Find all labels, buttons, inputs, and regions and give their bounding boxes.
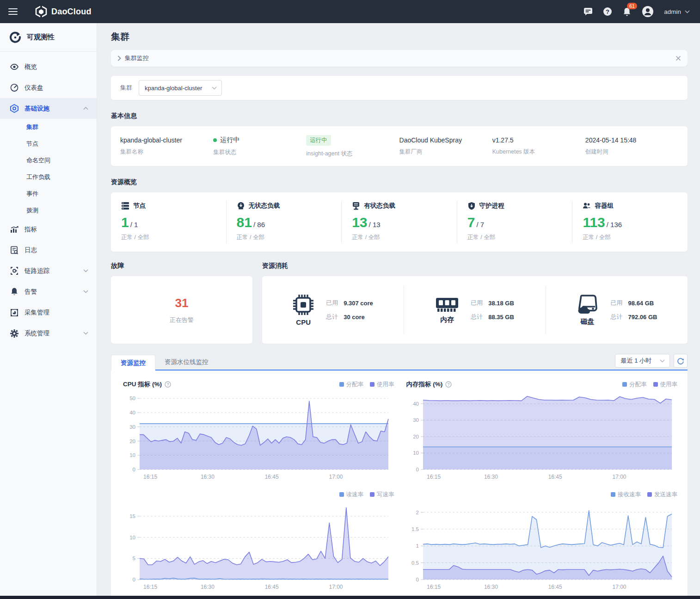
tab-resource-monitor[interactable]: 资源监控 [111,355,155,371]
alert-caption: 正在告警 [170,316,194,324]
sidebar-item-label: 采集管理 [25,309,49,317]
sidebar-item-metrics[interactable]: 指标 [0,219,97,240]
svg-text:17:00: 17:00 [329,584,343,590]
chevron-down-icon [83,332,88,335]
disk-icon [577,294,599,315]
svg-text:0: 0 [133,467,135,472]
svg-text:40: 40 [129,410,135,415]
legend-item[interactable]: 使用率 [370,381,394,389]
svg-text:16:30: 16:30 [201,584,215,590]
monitor-tabbar: 资源监控 资源水位线监控 最近 1 小时 [111,355,688,371]
sidebar-subitem-node[interactable]: 节点 [0,136,97,152]
svg-text:5: 5 [133,556,135,561]
user-menu[interactable]: admin [664,8,690,15]
svg-text:20: 20 [413,434,419,439]
svg-text:?: ? [606,8,609,15]
banner-text: 集群监控 [125,54,149,62]
svg-text:40: 40 [413,401,419,407]
info-vendor: DaoCloud KubeSpray 集群厂商 [399,136,492,156]
chart-cpu-metrics: CPU 指标 (%)?分配率使用率0102030405016:1516:3016… [117,376,400,482]
help-icon: ? [165,381,171,388]
sidebar-item-overview[interactable]: 概览 [0,56,97,77]
cluster-select[interactable]: kpanda-global-cluster [139,80,222,96]
sidebar-subitem-namespace[interactable]: 命名空间 [0,152,97,169]
legend-item[interactable]: 使用率 [653,381,678,389]
tab-watermark-monitor[interactable]: 资源水位线监控 [155,355,218,370]
legend-item[interactable]: 分配率 [622,381,647,389]
cluster-monitor-banner: 集群监控 [111,50,688,67]
sidebar-item-system[interactable]: 系统管理 [0,323,97,344]
info-created-time: 2024-05-14 15:48 创建时间 [585,136,678,156]
sidebar-subitem-cluster[interactable]: 集群 [0,119,97,136]
sidebar-subitem-event[interactable]: 事件 [0,185,97,202]
chevron-down-icon [212,86,217,90]
time-range-select[interactable]: 最近 1 小时 [615,354,670,368]
svg-text:16:45: 16:45 [548,584,562,590]
svg-text:16:45: 16:45 [265,474,279,480]
sidebar-subitem-workload[interactable]: 工作负载 [0,169,97,185]
chart-plot: 01020304016:1516:3016:4517:00 [404,390,676,482]
sidebar-item-tracing[interactable]: 链路追踪 [0,260,97,281]
consumption-disk: 磁盘 已用98.64 GB 总计792.06 GB [546,286,688,334]
chart-plot: 00.511.5216:1516:3016:4517:00 [404,500,676,593]
svg-text:16:30: 16:30 [484,474,497,480]
legend-item[interactable]: 发送速率 [647,491,677,499]
svg-text:16:30: 16:30 [201,474,215,480]
legend-item[interactable]: 读速率 [339,491,364,499]
close-icon[interactable] [675,56,681,61]
svg-text:10: 10 [129,535,135,540]
chevron-down-icon [685,10,690,13]
svg-text:?: ? [166,382,169,387]
gauge-icon [10,84,18,92]
chevron-down-icon [83,290,88,293]
chevron-down-icon [83,269,88,272]
hamburger-menu-icon[interactable] [8,8,18,15]
info-cluster-name: kpanda-global-cluster 集群名称 [120,136,213,156]
sidebar-title: 可观测性 [27,33,55,42]
tracing-icon [10,267,18,275]
charts-card: CPU 指标 (%)?分配率使用率0102030405016:1516:3016… [111,371,688,599]
legend-item[interactable]: 分配率 [339,381,364,389]
consumption-card: CPU 已用9.307 core 总计30 core 内存 [262,276,688,344]
chart-plot: 05101516:1516:3016:4517:00 [120,500,393,593]
refresh-button[interactable] [674,354,688,368]
sidebar-item-dashboard[interactable]: 仪表盘 [0,77,97,98]
help-icon[interactable]: ? [603,7,612,16]
sidebar-subitem-probe[interactable]: 拨测 [0,202,97,219]
svg-text:0: 0 [133,577,135,582]
page-title: 集群 [111,31,688,43]
message-icon[interactable] [583,7,593,16]
svg-text:16:15: 16:15 [143,584,157,590]
chart-head: CPU 指标 (%)?分配率使用率 [120,379,396,390]
basic-info-card: kpanda-global-cluster 集群名称 运行中 集群状态 运行中 … [111,126,688,166]
gear-icon [10,329,18,338]
sidebar-item-infrastructure[interactable]: 基础设施 [0,98,97,119]
consumption-memory: 内存 已用38.18 GB 总计88.35 GB [404,286,546,334]
sidebar-item-logs[interactable]: 日志 [0,240,97,260]
legend-item[interactable]: 写速率 [370,491,394,499]
chart-title: CPU 指标 (%)? [123,380,171,389]
top-bar: DaoCloud ? 61 admin [0,0,700,23]
svg-text:15: 15 [129,513,135,519]
chart-memory-metrics: 内存指标 (%)?分配率使用率01020304016:1516:3016:451… [400,376,683,482]
cluster-filter-card: 集群 kpanda-global-cluster [111,76,688,100]
metrics-icon [10,226,18,233]
sidebar-item-alerts[interactable]: 告警 [0,281,97,302]
svg-text:16:45: 16:45 [548,474,562,480]
info-cluster-status: 运行中 集群状态 [213,136,306,156]
legend-item[interactable]: 接收速率 [611,491,641,499]
brand-name: DaoCloud [51,7,92,17]
sidebar-item-collection[interactable]: 采集管理 [0,302,97,323]
avatar[interactable] [642,6,654,18]
svg-text:16:15: 16:15 [427,584,441,590]
sidebar-item-label: 系统管理 [25,329,49,338]
sidebar-submenu-infrastructure: 集群 节点 命名空间 工作负载 事件 拨测 [0,119,97,219]
alert-count: 31 [175,296,189,310]
brand[interactable]: DaoCloud [35,6,92,18]
sidebar-menu: 概览 仪表盘 基础设施 集群 节点 命名空间 工作负载 事件 拨测 [0,52,97,344]
fault-title: 故障 [111,262,252,270]
notification-bell-icon[interactable]: 61 [622,7,632,17]
notification-count-badge: 61 [627,3,637,10]
status-dot-green [213,138,217,142]
svg-text:16:15: 16:15 [143,474,157,480]
